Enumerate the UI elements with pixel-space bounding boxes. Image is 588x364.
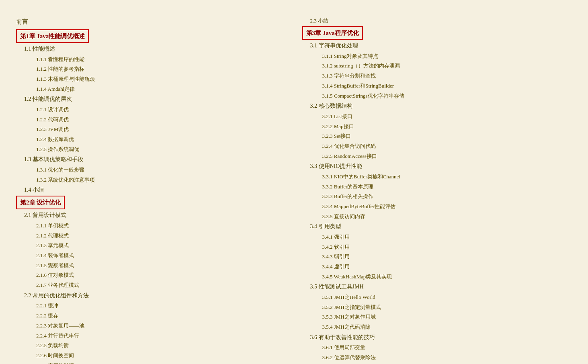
toc-item: 2.2 常用的优化组件和方法 bbox=[16, 290, 286, 301]
toc-item: 2.1.7 业务代理模式 bbox=[16, 280, 286, 290]
toc-item: 1.2.4 数据库调优 bbox=[16, 135, 286, 145]
toc-item: 2.2.3 对象复用——池 bbox=[16, 321, 286, 331]
toc-item: 1.4 小结 bbox=[16, 185, 286, 196]
toc-item: 3.4.1 强引用 bbox=[302, 232, 572, 242]
toc-item: 1.1.4 Amdahl定律 bbox=[16, 84, 286, 94]
toc-item: 3.6 有助于改善性能的技巧 bbox=[302, 332, 572, 343]
toc-item: 前言 bbox=[16, 16, 286, 28]
toc-item: 2.2.2 缓存 bbox=[16, 311, 286, 321]
toc-item: 3.3.4 MappedByteBuffer性能评估 bbox=[302, 202, 572, 212]
toc-item: 1.3.2 系统优化的注意事项 bbox=[16, 175, 286, 185]
toc-item: 1.2.1 设计调优 bbox=[16, 105, 286, 115]
toc-item: 3.6.1 使用局部变量 bbox=[302, 343, 572, 353]
toc-item: 1.1.2 性能的参考指标 bbox=[16, 64, 286, 74]
left-column: 前言第1章 Java性能调优概述1.1 性能概述1.1.1 看懂程序的性能1.1… bbox=[16, 16, 286, 364]
toc-item: 3.2.3 Set接口 bbox=[302, 131, 572, 141]
toc-item: 3.1.5 CompactStrings优化字符串存储 bbox=[302, 91, 572, 101]
toc-item: 3.1.2 substring（）方法的内存泄漏 bbox=[302, 61, 572, 71]
toc-item: 3.2.2 Map接口 bbox=[302, 122, 572, 132]
toc-item: 3.3.5 直接访问内存 bbox=[302, 212, 572, 222]
toc-item: 3.4.3 弱引用 bbox=[302, 252, 572, 262]
toc-item: 3.5 性能测试工具JMH bbox=[302, 282, 572, 292]
toc-item: 3.4 引用类型 bbox=[302, 221, 572, 232]
toc-item: 1.1.3 木桶原理与性能瓶颈 bbox=[16, 74, 286, 84]
toc-item: 2.1.2 代理模式 bbox=[16, 231, 286, 241]
toc-item: 3.6.3 替换switch bbox=[302, 363, 572, 364]
toc-item: 3.5.3 JMH之对象作用域 bbox=[302, 312, 572, 322]
toc-item: 3.2.5 RandomAccess接口 bbox=[302, 151, 572, 162]
toc-item: 2.2.1 缓冲 bbox=[16, 301, 286, 311]
toc-item: 2.2.5 负载均衡 bbox=[16, 341, 286, 351]
right-column: 2.3 小结第3章 Java程序优化3.1 字符串优化处理3.1.1 Strin… bbox=[302, 16, 572, 364]
toc-item: 3.3.2 Buffer的基本原理 bbox=[302, 182, 572, 192]
toc-item: 3.1.4 StringBuffer和StringBuilder bbox=[302, 81, 572, 91]
toc-item: 2.1.5 观察者模式 bbox=[16, 261, 286, 271]
toc-item: 3.2.1 List接口 bbox=[302, 112, 572, 122]
toc-item: 第2章 设计优化 bbox=[16, 196, 286, 211]
toc-item: 2.2.4 并行替代串行 bbox=[16, 331, 286, 341]
toc-item: 1.3 基本调优策略和手段 bbox=[16, 154, 286, 165]
toc-item: 3.2.4 优化集合访问代码 bbox=[302, 141, 572, 151]
toc-item: 3.1.1 String对象及其特点 bbox=[302, 51, 572, 61]
toc-item: 3.1 字符串优化处理 bbox=[302, 41, 572, 51]
toc-item: 3.4.5 WeakHashMap类及其实现 bbox=[302, 272, 572, 282]
toc-item: 第3章 Java程序优化 bbox=[302, 26, 572, 41]
toc-item: 3.3 使用NIO提升性能 bbox=[302, 161, 572, 172]
toc-item: 2.1.6 值对象模式 bbox=[16, 270, 286, 280]
toc-item: 1.1 性能概述 bbox=[16, 44, 286, 55]
toc-item: 1.2.5 操作系统调优 bbox=[16, 145, 286, 155]
toc-item: 3.2 核心数据结构 bbox=[302, 101, 572, 112]
toc-item: 第1章 Java性能调优概述 bbox=[16, 29, 286, 44]
toc-item: 1.2.2 代码调优 bbox=[16, 115, 286, 125]
toc-item: 2.2.7 空间换时间 bbox=[16, 361, 286, 364]
toc-item: 3.6.2 位运算代替乘除法 bbox=[302, 353, 572, 363]
toc-item: 2.1 普用设计模式 bbox=[16, 210, 286, 221]
toc-item: 2.1.1 单例模式 bbox=[16, 221, 286, 231]
toc-item: 2.1.3 享元模式 bbox=[16, 241, 286, 251]
toc-item: 3.4.2 软引用 bbox=[302, 242, 572, 252]
toc-item: 3.5.4 JMH之代码消除 bbox=[302, 322, 572, 332]
toc-item: 3.1.3 字符串分割和查找 bbox=[302, 71, 572, 81]
toc-item: 2.2.6 时间换空间 bbox=[16, 351, 286, 361]
toc-item: 2.1.4 装饰者模式 bbox=[16, 251, 286, 261]
toc-item: 3.3.3 Buffer的相关操作 bbox=[302, 192, 572, 202]
toc-item: 1.2 性能调优的层次 bbox=[16, 94, 286, 105]
toc-item: 3.3.1 NIO中的Buffer类族和Channel bbox=[302, 172, 572, 182]
toc-item: 3.5.2 JMH之指定测量模式 bbox=[302, 303, 572, 313]
toc-item: 1.3.1 优化的一般步骤 bbox=[16, 165, 286, 175]
toc-item: 3.5.1 JMH之Hello World bbox=[302, 292, 572, 303]
toc-item: 1.2.3 JVM调优 bbox=[16, 125, 286, 135]
toc-item: 2.3 小结 bbox=[302, 16, 572, 26]
toc-item: 1.1.1 看懂程序的性能 bbox=[16, 55, 286, 65]
toc-item: 3.4.4 虚引用 bbox=[302, 262, 572, 272]
